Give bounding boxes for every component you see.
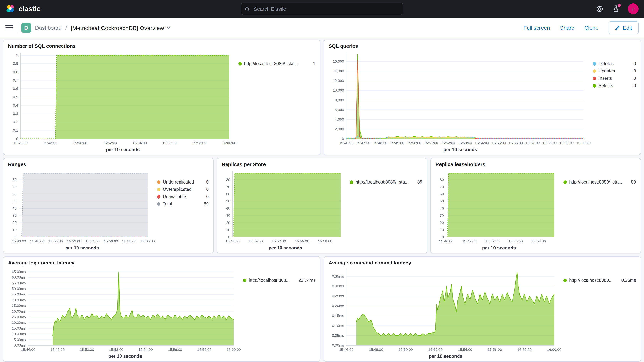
- dashboard-toolbar: D Dashboard / [Metricbeat CockroachDB] O…: [0, 18, 644, 38]
- svg-text:15:46:00: 15:46:00: [339, 348, 354, 352]
- legend-value: 0: [630, 61, 636, 66]
- chart-legend: http://localhost:808...22.74ms: [243, 266, 316, 360]
- svg-text:55.00ms: 55.00ms: [12, 281, 26, 285]
- svg-text:15:51:00: 15:51:00: [424, 141, 438, 145]
- legend-item[interactable]: http://localhost:8080/_sta...89: [564, 180, 636, 184]
- svg-text:15:46:00: 15:46:00: [439, 239, 453, 243]
- svg-text:15:56:00: 15:56:00: [488, 348, 502, 352]
- chart-legend: Underreplicated0Overreplicated0Unavailab…: [157, 168, 210, 251]
- legend-item[interactable]: Selects0: [593, 83, 636, 88]
- svg-text:0.35ms: 0.35ms: [332, 274, 344, 278]
- svg-text:15:46:00: 15:46:00: [13, 141, 28, 145]
- svg-text:15:54:00: 15:54:00: [458, 348, 472, 352]
- svg-text:0.15ms: 0.15ms: [332, 314, 344, 318]
- svg-text:10,000: 10,000: [333, 88, 344, 92]
- sql-connections-chart[interactable]: 00.10.20.30.40.50.60.70.80.9115:46:0015:…: [7, 50, 238, 146]
- svg-text:0.6: 0.6: [13, 86, 18, 90]
- legend-swatch: [593, 84, 596, 87]
- dashboard-grid: Number of SQL connections 00.10.20.30.40…: [0, 38, 644, 362]
- notifications-icon[interactable]: [612, 5, 620, 13]
- legend-swatch: [238, 62, 242, 65]
- svg-text:15:56:00: 15:56:00: [168, 348, 182, 352]
- svg-text:80: 80: [226, 178, 230, 182]
- legend-item[interactable]: Overreplicated0: [157, 187, 209, 192]
- svg-text:15:49:00: 15:49:00: [390, 141, 404, 145]
- panel-title: Replicas per Store: [221, 161, 423, 168]
- search-input[interactable]: [253, 6, 399, 12]
- share-button[interactable]: Share: [560, 25, 574, 31]
- log-commit-latency-chart[interactable]: 0.00ms5.00ms10.00ms15.00ms20.00ms25.00ms…: [7, 266, 243, 353]
- edit-button[interactable]: Edit: [608, 21, 638, 34]
- legend-label: Overreplicated: [163, 187, 192, 192]
- svg-text:25.00ms: 25.00ms: [12, 315, 26, 319]
- svg-text:0.2: 0.2: [13, 120, 18, 124]
- svg-text:15.00ms: 15.00ms: [12, 326, 26, 330]
- svg-text:15:46:00: 15:46:00: [12, 239, 26, 243]
- elastic-brand[interactable]: elastic: [6, 4, 41, 14]
- menu-icon[interactable]: [6, 25, 13, 30]
- legend-item[interactable]: http://localhost:808...22.74ms: [243, 278, 316, 282]
- svg-text:0.1: 0.1: [13, 128, 18, 132]
- legend-item[interactable]: Underreplicated0: [157, 180, 209, 184]
- legend-value: 0: [630, 68, 636, 73]
- svg-text:65.00ms: 65.00ms: [12, 270, 26, 274]
- svg-text:20.00ms: 20.00ms: [12, 320, 26, 324]
- svg-text:1: 1: [16, 53, 18, 57]
- legend-item[interactable]: Deletes0: [593, 61, 636, 66]
- svg-text:15:59:00: 15:59:00: [559, 141, 574, 145]
- svg-text:0: 0: [342, 137, 344, 141]
- clone-button[interactable]: Clone: [584, 25, 598, 31]
- global-search[interactable]: [241, 3, 403, 15]
- svg-text:0: 0: [442, 235, 444, 239]
- svg-text:15:55:00: 15:55:00: [508, 239, 523, 243]
- legend-item[interactable]: Updates0: [593, 68, 636, 73]
- svg-text:40.00ms: 40.00ms: [12, 298, 26, 302]
- breadcrumb-dashboard[interactable]: Dashboard: [35, 25, 62, 31]
- legend-swatch: [243, 278, 246, 282]
- replicas-per-store-chart[interactable]: 0102030405060708015:46:0015:49:0015:52:0…: [221, 168, 350, 245]
- svg-text:14,000: 14,000: [333, 69, 344, 73]
- legend-item[interactable]: Total89: [157, 202, 209, 206]
- svg-text:50: 50: [12, 199, 16, 203]
- ranges-chart[interactable]: 0102030405060708015:46:0015:48:0015:50:0…: [7, 168, 157, 245]
- svg-text:20: 20: [226, 221, 230, 225]
- x-axis-label: per 10 seconds: [434, 245, 564, 251]
- legend-label: http://localhost:8080/_sta...: [569, 180, 622, 184]
- legend-label: Total: [163, 202, 172, 206]
- svg-text:30: 30: [226, 214, 230, 218]
- svg-text:15:52:00: 15:52:00: [103, 141, 117, 145]
- replica-leaseholders-chart[interactable]: 0102030405060708015:46:0015:49:0015:52:0…: [434, 168, 564, 245]
- svg-text:5.00ms: 5.00ms: [14, 338, 26, 342]
- legend-item[interactable]: http://localhost:8080/_sta...89: [350, 180, 422, 184]
- svg-text:15:58:00: 15:58:00: [197, 348, 212, 352]
- panel-replicas-per-store: Replicas per Store 0102030405060708015:4…: [217, 158, 427, 253]
- svg-text:50: 50: [440, 199, 444, 203]
- svg-text:20: 20: [12, 221, 16, 225]
- svg-text:15:50:00: 15:50:00: [48, 239, 63, 243]
- legend-item[interactable]: Unavailable0: [157, 194, 209, 199]
- help-icon[interactable]: [596, 5, 604, 13]
- command-commit-latency-chart[interactable]: 0.00ms0.05ms0.10ms0.15ms0.20ms0.25ms0.30…: [328, 266, 564, 353]
- legend-value: 0: [203, 187, 209, 192]
- page-title[interactable]: [Metricbeat CockroachDB] Overview: [71, 24, 171, 31]
- x-axis-label: per 10 seconds: [221, 245, 350, 251]
- x-axis-label: per 10 seconds: [7, 146, 238, 153]
- user-avatar[interactable]: r: [628, 4, 638, 14]
- svg-text:15:46:00: 15:46:00: [21, 348, 35, 352]
- full-screen-button[interactable]: Full screen: [524, 25, 550, 31]
- svg-text:0: 0: [16, 137, 18, 141]
- x-axis-label: per 10 seconds: [7, 245, 157, 251]
- page-title-text: [Metricbeat CockroachDB] Overview: [71, 24, 164, 31]
- space-badge[interactable]: D: [21, 23, 31, 33]
- svg-text:15:49:00: 15:49:00: [248, 239, 263, 243]
- svg-text:15:47:00: 15:47:00: [356, 141, 370, 145]
- svg-text:12,000: 12,000: [333, 79, 344, 83]
- legend-item[interactable]: Inserts0: [593, 76, 636, 80]
- sql-queries-chart[interactable]: 02,0004,0006,0008,00010,00012,00014,0001…: [328, 50, 593, 146]
- svg-text:0.4: 0.4: [13, 103, 18, 107]
- legend-item[interactable]: http://localhost:8080/_stat...1: [238, 61, 316, 66]
- legend-label: Inserts: [598, 76, 612, 80]
- svg-text:20: 20: [440, 221, 444, 225]
- legend-item[interactable]: http://localhost:8080...0.26ms: [564, 278, 636, 282]
- panel-title: Average command commit latency: [328, 259, 637, 266]
